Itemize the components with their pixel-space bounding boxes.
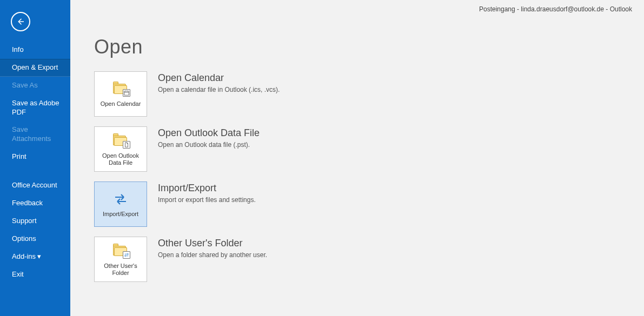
other-users-folder-icon [113, 242, 128, 260]
tile-open-data-file[interactable]: Open Outlook Data File [94, 126, 147, 172]
backstage-main: Posteingang - linda.draeusdorf@outlook.d… [70, 0, 644, 316]
action-desc: Open a calendar file in Outlook (.ics, .… [158, 86, 280, 93]
sidebar-item-info[interactable]: Info [0, 41, 70, 59]
action-title: Open Outlook Data File [158, 127, 260, 139]
action-open-calendar: Open Calendar Open Calendar Open a calen… [94, 71, 644, 117]
sidebar-item-save-adobe-pdf[interactable]: Save as Adobe PDF [0, 95, 70, 122]
action-other-users-folder: Other User's Folder Other User's Folder … [94, 237, 644, 282]
open-calendar-icon [113, 80, 128, 98]
tile-other-users-folder[interactable]: Other User's Folder [94, 237, 147, 282]
action-title: Import/Export [158, 183, 256, 194]
chevron-down-icon: ▾ [37, 252, 41, 261]
backstage-sidebar: Info Open & Export Save As Save as Adobe… [0, 0, 70, 316]
sidebar-item-print[interactable]: Print [0, 148, 70, 166]
action-import-export: Import/Export Import/Export Import or ex… [94, 181, 644, 227]
sidebar-item-feedback[interactable]: Feedback [0, 194, 70, 212]
action-title: Open Calendar [158, 72, 280, 84]
sidebar-item-add-ins[interactable]: Add-ins▾ [0, 248, 70, 266]
sidebar-item-label: Add-ins [12, 252, 36, 260]
sidebar-item-save-as: Save As [0, 77, 70, 95]
sidebar-item-office-account[interactable]: Office Account [0, 177, 70, 194]
action-title: Other User's Folder [158, 238, 267, 249]
tile-import-export[interactable]: Import/Export [94, 181, 147, 227]
svg-rect-0 [124, 91, 129, 96]
window-title: Posteingang - linda.draeusdorf@outlook.d… [479, 5, 632, 13]
tile-open-calendar[interactable]: Open Calendar [94, 71, 147, 117]
tile-label: Open Calendar [101, 100, 141, 107]
sidebar-item-exit[interactable]: Exit [0, 266, 70, 284]
action-desc: Import or export files and settings. [158, 196, 256, 204]
page-title: Open [94, 36, 644, 58]
arrow-left-icon [16, 17, 25, 26]
action-desc: Open an Outlook data file (.pst). [158, 141, 260, 149]
import-export-icon [113, 190, 128, 209]
sidebar-item-options[interactable]: Options [0, 230, 70, 248]
back-button[interactable] [11, 12, 30, 31]
open-data-file-icon [113, 132, 128, 150]
action-desc: Open a folder shared by another user. [158, 251, 267, 259]
tile-label: Open Outlook Data File [97, 152, 144, 166]
action-open-data-file: Open Outlook Data File Open Outlook Data… [94, 126, 644, 172]
tile-label: Other User's Folder [97, 263, 144, 277]
action-list: Open Calendar Open Calendar Open a calen… [94, 71, 644, 282]
tile-label: Import/Export [103, 211, 138, 218]
sidebar-item-open-export[interactable]: Open & Export [0, 59, 70, 77]
sidebar-item-support[interactable]: Support [0, 212, 70, 230]
sidebar-item-save-attachments: Save Attachments [0, 121, 70, 148]
